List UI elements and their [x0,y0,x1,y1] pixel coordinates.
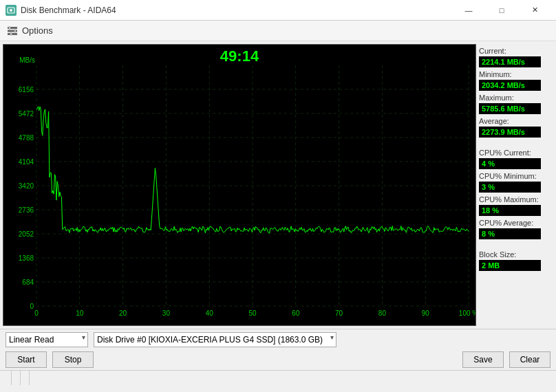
save-button[interactable]: Save [462,351,504,368]
toolbar-options-label: Options [22,25,53,36]
stat-minimum: Minimum: 2034.2 MB/s [479,70,553,91]
disk-select-wrapper[interactable]: Disk Drive #0 [KIOXIA-EXCERIA PLUS G4 SS… [94,332,336,347]
cpu-current-label: CPU% Current: [479,149,553,157]
svg-point-1 [10,9,12,12]
stat-current: Current: 2214.1 MB/s [479,47,553,67]
bottom-controls: Linear Read Disk Drive #0 [KIOXIA-EXCERI… [0,329,556,370]
stat-cpu-maximum: CPU% Maximum: 18 % [479,195,553,216]
stat-maximum: Maximum: 5785.6 MB/s [479,94,553,114]
current-value: 2214.1 MB/s [479,56,541,67]
footer-segment-1 [3,371,12,385]
average-value: 2273.9 MB/s [479,127,541,138]
close-button[interactable]: ✕ [519,0,550,21]
cpu-maximum-value: 18 % [479,205,541,216]
footer [0,370,556,385]
main-area: 49:14 Current: 2214.1 MB/s Minimum: 2034… [0,41,556,329]
chart-container: 49:14 [3,44,476,326]
minimum-value: 2034.2 MB/s [479,80,541,91]
stat-average: Average: 2273.9 MB/s [479,117,553,138]
test-type-select[interactable]: Linear Read [6,332,88,347]
benchmark-chart [3,45,475,325]
cpu-current-value: 4 % [479,158,541,169]
stat-block-size: Block Size: 2 MB [479,250,553,271]
cpu-minimum-value: 3 % [479,182,541,193]
cpu-maximum-label: CPU% Maximum: [479,195,553,204]
stat-cpu-minimum: CPU% Minimum: 3 % [479,172,553,193]
start-button[interactable]: Start [6,351,47,368]
stats-panel: Current: 2214.1 MB/s Minimum: 2034.2 MB/… [479,44,553,326]
clear-button[interactable]: Clear [509,351,550,368]
options-icon [6,24,19,38]
footer-segment-2 [12,371,21,385]
app-icon [6,5,17,16]
cpu-average-value: 8 % [479,228,541,239]
window-title: Disk Benchmark - AIDA64 [21,6,116,15]
svg-point-6 [14,30,17,32]
maximize-button[interactable]: □ [486,0,517,21]
cpu-minimum-label: CPU% Minimum: [479,172,553,180]
title-bar: Disk Benchmark - AIDA64 — □ ✕ [0,0,556,21]
disk-select[interactable]: Disk Drive #0 [KIOXIA-EXCERIA PLUS G4 SS… [94,332,336,347]
stat-cpu-average: CPU% Average: 8 % [479,219,553,239]
minimum-label: Minimum: [479,70,553,78]
chart-timer: 49:14 [220,47,259,65]
block-size-value: 2 MB [479,260,541,271]
maximum-label: Maximum: [479,94,553,102]
stop-button[interactable]: Stop [52,351,94,368]
test-type-wrapper[interactable]: Linear Read [6,332,88,347]
block-size-label: Block Size: [479,250,553,259]
minimize-button[interactable]: — [453,0,484,21]
svg-rect-4 [8,33,17,35]
button-row: Start Stop Save Clear [0,350,556,371]
svg-point-7 [10,33,12,35]
maximum-value: 5785.6 MB/s [479,103,541,114]
footer-segment-3 [21,371,30,385]
svg-point-5 [9,27,11,29]
stat-cpu-current: CPU% Current: 4 % [479,149,553,169]
current-label: Current: [479,47,553,55]
window-controls: — □ ✕ [453,0,550,21]
average-label: Average: [479,117,553,125]
toolbar: Options [0,21,556,41]
selector-row: Linear Read Disk Drive #0 [KIOXIA-EXCERI… [0,329,556,350]
cpu-average-label: CPU% Average: [479,219,553,227]
